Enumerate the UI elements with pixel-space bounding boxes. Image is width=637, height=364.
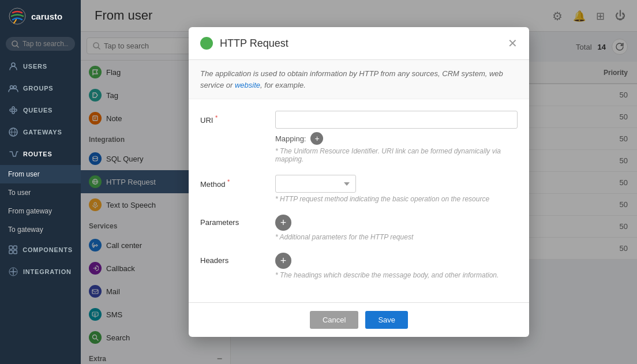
svg-rect-13 — [9, 246, 13, 249]
sidebar: carusto USERS — [0, 0, 81, 364]
sidebar-search-input[interactable] — [23, 40, 69, 48]
modal-overlay: HTTP Request ✕ The application is used t… — [81, 0, 637, 364]
gateways-icon — [8, 127, 18, 137]
modal-body: URI * Mapping: + * The Uniform Resource … — [189, 99, 529, 302]
sidebar-search-area — [0, 32, 81, 55]
groups-icon — [8, 83, 18, 93]
svg-point-7 — [12, 107, 14, 109]
logo-area: carusto — [0, 0, 81, 32]
method-field-row: Method * GET POST PUT DELETE * HTTP requ… — [200, 175, 518, 203]
svg-point-8 — [14, 109, 17, 111]
sidebar-item-queues[interactable]: QUEUES — [0, 99, 81, 121]
modal-description: The application is used to obtain inform… — [189, 60, 529, 99]
headers-control-area: + * The headings which describe the mess… — [275, 253, 518, 279]
svg-point-5 — [14, 86, 17, 89]
modal-dialog: HTTP Request ✕ The application is used t… — [189, 27, 529, 337]
main-area: ⚙ 🔔 ⊞ ⏻ From user — [81, 0, 637, 364]
route-to-gateway[interactable]: To gateway — [0, 220, 81, 239]
method-control-area: GET POST PUT DELETE * HTTP request metho… — [275, 175, 518, 203]
parameters-label: Parameters — [200, 215, 275, 241]
sidebar-nav: USERS GROUPS QUEUES — [0, 55, 81, 364]
uri-label: URI * — [200, 111, 275, 163]
modal-desc-link[interactable]: website — [235, 81, 260, 89]
headers-label: Headers — [200, 253, 275, 279]
queues-icon — [8, 105, 18, 115]
sidebar-search-icon — [12, 40, 19, 48]
method-select[interactable]: GET POST PUT DELETE — [275, 175, 356, 193]
svg-point-6 — [10, 109, 12, 111]
logo-icon — [8, 7, 27, 25]
routes-icon — [8, 149, 18, 159]
modal-footer: Cancel Save — [189, 302, 529, 337]
modal-header: HTTP Request ✕ — [189, 27, 529, 60]
save-button[interactable]: Save — [365, 311, 408, 329]
sidebar-item-groups[interactable]: GROUPS — [0, 77, 81, 99]
svg-rect-16 — [14, 250, 17, 254]
svg-rect-14 — [14, 246, 17, 249]
mapping-add-btn[interactable]: + — [310, 132, 323, 145]
method-hint: * HTTP request method indicating the bas… — [275, 195, 518, 203]
users-icon — [8, 61, 18, 72]
sidebar-item-routes[interactable]: ROUTES — [0, 143, 81, 165]
uri-control-area: Mapping: + * The Uniform Resource Identi… — [275, 111, 518, 163]
uri-field-row: URI * Mapping: + * The Uniform Resource … — [200, 111, 518, 163]
parameters-hint: * Additional parameters for the HTTP req… — [275, 233, 518, 241]
mapping-row: Mapping: + — [275, 132, 518, 145]
integration-icon — [8, 267, 18, 277]
svg-point-4 — [10, 86, 13, 89]
modal-close-btn[interactable]: ✕ — [508, 36, 518, 50]
svg-point-3 — [12, 63, 15, 66]
uri-hint: * The Uniform Resource Identifier. URI l… — [275, 147, 518, 163]
headers-field-row: Headers + * The headings which describe … — [200, 253, 518, 279]
svg-rect-15 — [9, 250, 13, 254]
svg-line-2 — [17, 46, 18, 47]
cancel-button[interactable]: Cancel — [310, 311, 358, 329]
headers-hint: * The headings which describe the messag… — [275, 271, 518, 279]
sidebar-item-users[interactable]: USERS — [0, 55, 81, 77]
method-label: Method * — [200, 175, 275, 203]
route-from-gateway[interactable]: From gateway — [0, 202, 81, 220]
components-icon — [8, 245, 18, 255]
logo-text: carusto — [31, 12, 62, 21]
uri-input[interactable] — [275, 111, 518, 129]
parameters-field-row: Parameters + * Additional parameters for… — [200, 215, 518, 241]
parameters-add-btn[interactable]: + — [275, 215, 291, 231]
parameters-control-area: + * Additional parameters for the HTTP r… — [275, 215, 518, 241]
svg-point-9 — [12, 111, 14, 114]
headers-add-btn[interactable]: + — [275, 253, 291, 269]
routes-subnav: From user To user From gateway To gatewa… — [0, 165, 81, 239]
modal-title: HTTP Request — [220, 37, 501, 50]
mapping-label: Mapping: — [275, 134, 306, 143]
sidebar-item-components[interactable]: COMPONENTS — [0, 239, 81, 261]
route-from-user[interactable]: From user — [0, 165, 81, 183]
sidebar-item-integration[interactable]: INTEGRATION — [0, 261, 81, 283]
modal-status-indicator — [200, 37, 213, 50]
route-to-user[interactable]: To user — [0, 183, 81, 202]
sidebar-item-gateways[interactable]: GATEWAYS — [0, 121, 81, 143]
